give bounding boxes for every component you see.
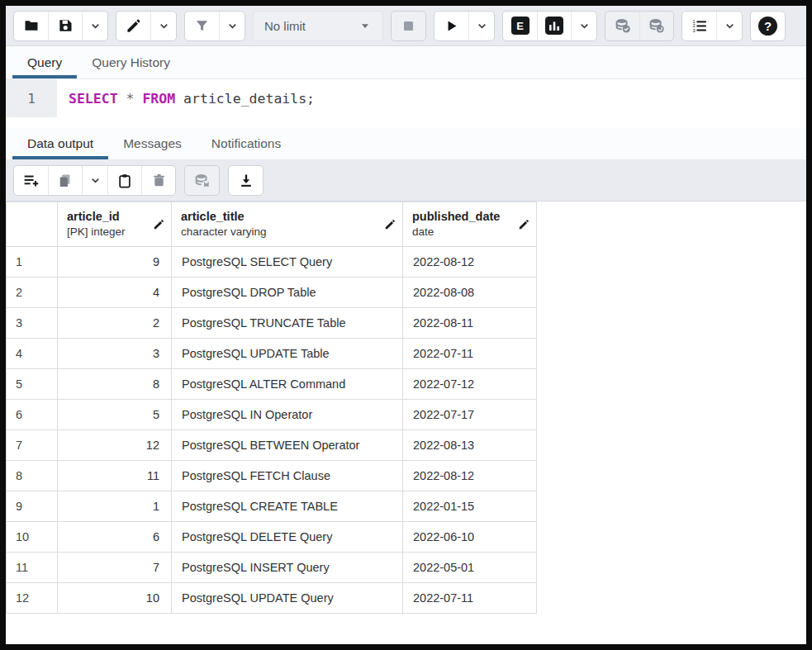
explain-button[interactable]: E [503,12,537,40]
cell-article-id[interactable]: 12 [58,430,172,461]
column-header-published-date[interactable]: published_date date [403,202,537,247]
cell-article-title[interactable]: PostgreSQL UPDATE Query [172,583,403,614]
cell-article-id[interactable]: 6 [58,522,172,553]
cell-article-id[interactable]: 5 [58,400,172,430]
cell-row-number[interactable]: 4 [7,339,58,369]
cell-article-title[interactable]: PostgreSQL ALTER Command [172,369,403,400]
cell-row-number[interactable]: 6 [7,400,58,430]
cell-row-number[interactable]: 9 [7,491,58,522]
execute-options-dropdown[interactable] [468,12,494,40]
cell-article-title[interactable]: PostgreSQL IN Operator [172,400,403,430]
tab-query[interactable]: Query [12,46,77,78]
cell-row-number[interactable]: 1 [7,247,58,278]
execute-button-group [434,11,495,41]
save-data-changes-button[interactable] [185,166,219,195]
cell-published-date[interactable]: 2022-05-01 [403,553,537,583]
cell-published-date[interactable]: 2022-06-10 [403,522,537,553]
add-row-button[interactable] [14,166,48,195]
cell-row-number[interactable]: 12 [7,583,58,614]
cell-row-number[interactable]: 7 [7,430,58,461]
paste-button[interactable] [107,166,141,195]
cell-published-date[interactable]: 2022-08-11 [403,308,537,339]
save-options-dropdown[interactable] [82,12,107,40]
help-button[interactable]: ? [751,12,785,40]
cancel-query-button[interactable] [392,12,425,40]
sql-code-line[interactable]: SELECT * FROM article_details; [57,79,315,117]
save-results-to-file-button[interactable] [229,166,263,195]
tab-data-output[interactable]: Data output [12,127,108,159]
cell-published-date[interactable]: 2022-08-12 [403,461,537,491]
macros-options-dropdown[interactable] [716,12,742,40]
cell-article-title[interactable]: PostgreSQL DELETE Query [172,522,403,553]
rollback-button[interactable] [639,12,673,40]
column-header-article-title[interactable]: article_title character varying [172,202,403,247]
macros-button[interactable]: 123 [682,12,716,40]
cell-article-id[interactable]: 4 [58,278,172,308]
cell-row-number[interactable]: 8 [7,461,58,491]
cell-article-title[interactable]: PostgreSQL INSERT Query [172,553,403,583]
cell-published-date[interactable]: 2022-07-11 [403,339,537,369]
save-file-button[interactable] [48,12,82,40]
cell-published-date[interactable]: 2022-07-11 [403,583,537,614]
ordered-list-icon: 123 [691,17,708,35]
cell-published-date[interactable]: 2022-08-13 [403,430,537,461]
cell-article-id[interactable]: 7 [58,553,172,583]
tab-query-history[interactable]: Query History [77,46,185,78]
cell-published-date[interactable]: 2022-08-12 [403,247,537,278]
filter-options-dropdown[interactable] [219,12,245,40]
cell-row-number[interactable]: 3 [7,308,58,339]
delete-row-button[interactable] [141,166,175,195]
cancel-query-group [391,11,426,41]
edit-button-group [116,11,177,41]
cell-published-date[interactable]: 2022-08-08 [403,278,537,308]
cell-article-title[interactable]: PostgreSQL BETWEEN Operator [172,430,403,461]
explain-analyze-button[interactable] [537,12,571,40]
clipboard-paste-icon [116,173,133,189]
edit-column-icon[interactable] [384,219,396,230]
cell-published-date[interactable]: 2022-07-12 [403,369,537,400]
cell-article-id[interactable]: 2 [58,308,172,339]
database-rollback-icon [648,17,666,35]
column-header-article-id[interactable]: article_id [PK] integer [58,202,172,247]
select-all-header-cell[interactable] [7,202,58,247]
copy-options-dropdown[interactable] [82,166,107,195]
cell-article-title[interactable]: PostgreSQL TRUNCATE Table [172,308,403,339]
edit-column-icon[interactable] [153,219,164,230]
cell-published-date[interactable]: 2022-01-15 [403,491,537,522]
filter-button[interactable] [185,12,219,40]
edit-column-icon[interactable] [518,219,529,230]
cell-article-id[interactable]: 8 [58,369,172,400]
edit-button[interactable] [116,12,150,40]
bar-chart-badge-icon [545,17,563,35]
cell-article-title[interactable]: PostgreSQL CREATE TABLE [172,491,403,522]
cell-article-id[interactable]: 9 [58,247,172,278]
sql-editor[interactable]: 1 SELECT * FROM article_details; [6,79,806,117]
cell-row-number[interactable]: 2 [7,278,58,308]
row-limit-select[interactable]: No limit [253,11,383,41]
tab-messages[interactable]: Messages [108,127,197,159]
explain-options-dropdown[interactable] [571,12,596,40]
cell-published-date[interactable]: 2022-07-17 [403,400,537,430]
column-name: published_date [412,209,500,225]
edit-options-dropdown[interactable] [150,12,176,40]
cell-row-number[interactable]: 11 [7,553,58,583]
copy-button[interactable] [48,166,82,195]
chevron-down-icon [158,20,170,32]
cell-article-title[interactable]: PostgreSQL DROP Table [172,278,403,308]
cell-row-number[interactable]: 10 [7,522,58,553]
cell-article-id[interactable]: 3 [58,339,172,369]
execute-button[interactable] [434,12,468,40]
open-file-button[interactable] [14,12,48,40]
cell-article-title[interactable]: PostgreSQL SELECT Query [172,247,403,278]
sql-keyword: SELECT [69,91,118,107]
cell-article-id[interactable]: 1 [58,491,172,522]
cell-article-id[interactable]: 10 [58,583,172,614]
cell-article-id[interactable]: 11 [58,461,172,491]
cell-row-number[interactable]: 5 [7,369,58,400]
cell-article-title[interactable]: PostgreSQL FETCH Clause [172,461,403,491]
tab-notifications[interactable]: Notifications [197,127,296,159]
sql-identifier: article_details; [175,91,315,107]
commit-button[interactable] [605,12,639,40]
cell-article-title[interactable]: PostgreSQL UPDATE Table [172,339,403,369]
stop-square-icon [401,18,416,34]
